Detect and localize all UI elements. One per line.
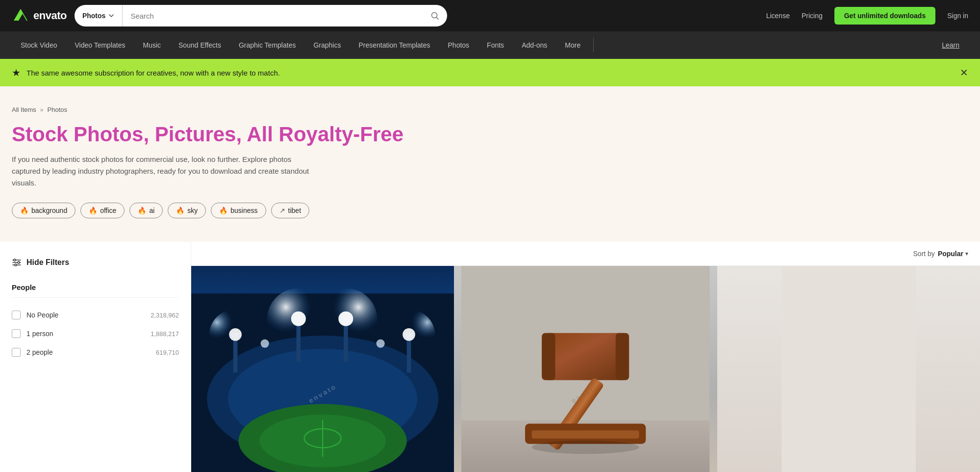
gallery-item-third[interactable] (717, 266, 980, 472)
tag-background-label: background (31, 207, 67, 214)
cta-button[interactable]: Get unlimited downloads (834, 7, 935, 25)
svg-rect-38 (542, 333, 555, 380)
svg-point-31 (338, 312, 353, 326)
nav-music[interactable]: Music (134, 31, 170, 59)
sort-button[interactable]: Popular ▾ (938, 250, 968, 258)
filter-one-person[interactable]: 1 person 1,888,217 (12, 324, 179, 343)
two-people-count: 619,710 (156, 349, 179, 356)
two-people-label: 2 people (26, 348, 150, 356)
one-person-checkbox[interactable] (12, 329, 21, 338)
svg-point-29 (229, 328, 242, 341)
promo-banner: ★ The same awesome subscription for crea… (0, 59, 980, 86)
chevron-down-icon (108, 13, 114, 19)
search-type-button[interactable]: Photos (75, 5, 123, 26)
tag-business[interactable]: 🔥 business (211, 203, 266, 218)
main-content: Hide Filters People No People 2,318,962 … (0, 242, 980, 472)
tag-sky[interactable]: 🔥 sky (168, 203, 206, 218)
tag-ai-label: ai (149, 207, 154, 214)
gallery-grid: envato (191, 266, 980, 472)
nav-sound-effects[interactable]: Sound Effects (170, 31, 230, 59)
nav-learn[interactable]: Learn (933, 31, 968, 59)
svg-point-32 (402, 328, 415, 341)
svg-point-34 (377, 340, 385, 348)
svg-rect-44 (781, 266, 916, 472)
tag-sky-label: sky (187, 207, 198, 214)
nav-stock-video[interactable]: Stock Video (12, 31, 66, 59)
search-type-label: Photos (82, 12, 105, 20)
svg-point-2 (431, 13, 437, 18)
page-title: Stock Photos, Pictures, All Royalty-Free (12, 123, 968, 146)
svg-point-9 (15, 264, 17, 266)
no-people-checkbox[interactable] (12, 311, 21, 319)
nav-presentation-templates[interactable]: Presentation Templates (350, 31, 439, 59)
breadcrumb: All Items » Photos (12, 106, 968, 113)
tag-tibet-label: tibet (288, 207, 301, 214)
license-link[interactable]: License (766, 12, 790, 20)
hide-filters-label[interactable]: Hide Filters (26, 258, 69, 267)
fire-icon: 🔥 (89, 207, 97, 214)
filter-header: Hide Filters (12, 258, 179, 267)
nav-graphic-templates[interactable]: Graphic Templates (230, 31, 304, 59)
filter-icon (12, 258, 22, 267)
no-people-count: 2,318,962 (151, 312, 179, 319)
fire-icon: 🔥 (219, 207, 227, 214)
tag-background[interactable]: 🔥 background (12, 203, 75, 218)
star-icon: ★ (12, 67, 21, 79)
nav-fonts[interactable]: Fonts (478, 31, 513, 59)
stadium-image (191, 266, 454, 472)
nav-divider (593, 38, 594, 52)
tag-office[interactable]: 🔥 office (80, 203, 125, 218)
two-people-checkbox[interactable] (12, 348, 21, 357)
gallery-item-stadium[interactable]: envato (191, 266, 454, 472)
top-nav-links: License Pricing Get unlimited downloads … (766, 7, 968, 25)
tag-office-label: office (100, 207, 116, 214)
sidebar: Hide Filters People No People 2,318,962 … (0, 242, 191, 472)
svg-point-8 (18, 262, 20, 263)
sort-value: Popular (938, 250, 963, 258)
svg-point-43 (532, 441, 639, 454)
no-people-label: No People (26, 311, 145, 319)
gavel-image (454, 266, 717, 472)
search-icon (430, 11, 439, 20)
svg-rect-42 (532, 430, 639, 438)
nav-more[interactable]: More (556, 31, 589, 59)
chevron-down-icon: ▾ (965, 250, 968, 257)
nav-photos[interactable]: Photos (439, 31, 478, 59)
svg-point-7 (14, 259, 16, 261)
logo-text: envato (33, 9, 67, 22)
sort-bar: Sort by Popular ▾ (191, 242, 980, 266)
breadcrumb-separator: » (40, 106, 44, 113)
nav-video-templates[interactable]: Video Templates (66, 31, 134, 59)
breadcrumb-all-items[interactable]: All Items (12, 106, 36, 113)
signin-link[interactable]: Sign in (947, 12, 968, 20)
banner-close-button[interactable]: ✕ (960, 68, 968, 78)
hero-section: All Items » Photos Stock Photos, Picture… (0, 86, 980, 242)
page-title-rest: , Pictures, All Royalty-Free (143, 123, 403, 146)
logo[interactable]: envato (12, 7, 67, 25)
tag-ai[interactable]: 🔥 ai (129, 203, 163, 218)
trending-icon: ↗ (279, 207, 285, 214)
filter-no-people[interactable]: No People 2,318,962 (12, 306, 179, 324)
search-input[interactable] (123, 12, 423, 20)
top-nav: envato Photos License Pricing Get unlimi… (0, 0, 980, 31)
gallery-item-gavel[interactable]: envato (454, 266, 717, 472)
nav-add-ons[interactable]: Add-ons (513, 31, 556, 59)
filter-two-people[interactable]: 2 people 619,710 (12, 343, 179, 362)
search-submit-button[interactable] (423, 11, 447, 20)
gallery-area: Sort by Popular ▾ (191, 242, 980, 472)
one-person-count: 1,888,217 (151, 330, 179, 338)
nav-graphics[interactable]: Graphics (304, 31, 350, 59)
third-image (717, 266, 980, 472)
fire-icon: 🔥 (176, 207, 184, 214)
search-bar: Photos (75, 5, 447, 26)
pricing-link[interactable]: Pricing (802, 12, 823, 20)
svg-rect-39 (616, 333, 629, 380)
fire-icon: 🔥 (20, 207, 28, 214)
svg-point-33 (261, 340, 269, 348)
page-title-highlight: Stock Photos (12, 123, 143, 146)
one-person-label: 1 person (26, 330, 145, 338)
tag-business-label: business (230, 207, 257, 214)
tags-row: 🔥 background 🔥 office 🔥 ai 🔥 sky 🔥 busin… (12, 203, 968, 218)
tag-tibet[interactable]: ↗ tibet (271, 203, 309, 218)
people-filter-title: People (12, 283, 179, 298)
